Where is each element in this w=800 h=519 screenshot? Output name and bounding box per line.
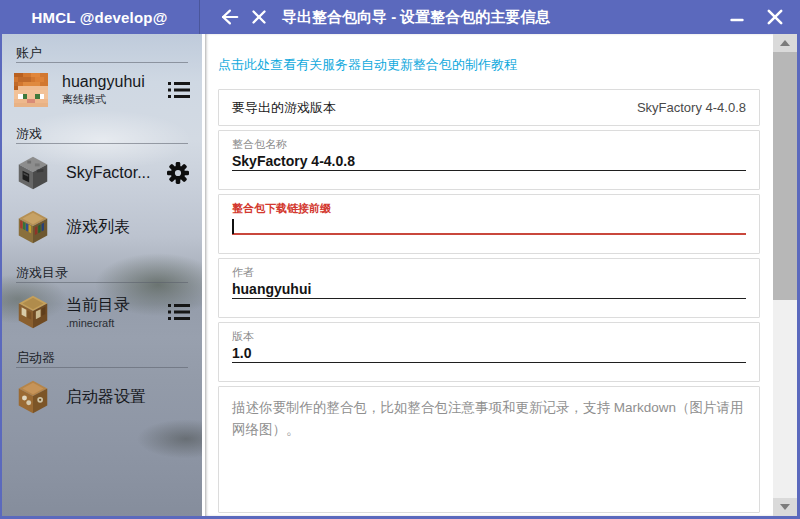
main-content: 点击此处查看有关服务器自动更新整合包的制作教程 要导出的游戏版本 SkyFact… bbox=[205, 34, 773, 516]
account-mode: 离线模式 bbox=[62, 92, 164, 107]
download-url-label: 整合包下载链接前缀 bbox=[232, 202, 746, 215]
description-textarea[interactable]: 描述你要制作的整合包，比如整合包注意事项和更新记录，支持 Markdown（图片… bbox=[218, 386, 760, 513]
game-version-card: 要导出的游戏版本 SkyFactory 4-4.0.8 bbox=[218, 89, 760, 126]
account-list-icon[interactable] bbox=[168, 81, 190, 99]
game-version-value: SkyFactory 4-4.0.8 bbox=[637, 100, 746, 115]
hmcl-window: 账户 huangyuhui bbox=[0, 0, 800, 519]
triangle-up-icon bbox=[780, 40, 790, 46]
back-button[interactable] bbox=[214, 2, 244, 32]
crafting-table-icon bbox=[14, 378, 52, 416]
page-title: 导出整合包向导 - 设置整合包的主要信息 bbox=[282, 8, 550, 27]
current-directory-label: 当前目录 bbox=[66, 295, 164, 316]
author-field-card: 作者 bbox=[218, 258, 760, 318]
divider bbox=[16, 62, 188, 63]
version-input[interactable] bbox=[232, 343, 746, 363]
arrow-left-icon bbox=[218, 6, 240, 28]
app-title-area: HMCL @develop@ bbox=[0, 0, 200, 34]
divider bbox=[16, 282, 188, 283]
sidebar-item-current-game[interactable]: SkyFactor... bbox=[2, 146, 202, 200]
current-directory-path: .minecraft bbox=[66, 317, 164, 329]
sidebar-item-current-directory[interactable]: 当前目录 .minecraft bbox=[2, 285, 202, 339]
tutorial-link[interactable]: 点击此处查看有关服务器自动更新整合包的制作教程 bbox=[218, 56, 517, 74]
avatar bbox=[14, 73, 48, 107]
description-placeholder: 描述你要制作的整合包，比如整合包注意事项和更新记录，支持 Markdown（图片… bbox=[232, 397, 746, 441]
close-wizard-button[interactable] bbox=[244, 2, 274, 32]
close-icon bbox=[766, 8, 784, 26]
author-input[interactable] bbox=[232, 279, 746, 299]
version-label: 版本 bbox=[232, 330, 746, 343]
window-body: 账户 huangyuhui bbox=[2, 0, 797, 516]
text-caret bbox=[232, 219, 234, 234]
gear-icon[interactable] bbox=[166, 161, 190, 185]
scrollbar-thumb[interactable] bbox=[773, 52, 797, 300]
account-name: huangyuhui bbox=[62, 73, 164, 91]
current-game-name: SkyFactor... bbox=[66, 164, 162, 182]
scroll-down-button[interactable] bbox=[773, 498, 797, 516]
triangle-down-icon bbox=[780, 504, 790, 510]
launcher-settings-label: 启动器设置 bbox=[66, 387, 190, 408]
wizard-title-area: 导出整合包向导 - 设置整合包的主要信息 bbox=[200, 0, 800, 34]
modpack-name-input[interactable] bbox=[232, 151, 746, 171]
sidebar-header-account: 账户 bbox=[16, 34, 188, 62]
close-icon bbox=[251, 9, 267, 25]
sidebar-item-launcher-settings[interactable]: 启动器设置 bbox=[2, 370, 202, 424]
sidebar-header-launcher: 启动器 bbox=[16, 339, 188, 367]
directory-list-icon[interactable] bbox=[168, 303, 190, 321]
chest-icon bbox=[14, 293, 52, 331]
version-field-card: 版本 bbox=[218, 322, 760, 382]
download-url-field-card: 整合包下载链接前缀 bbox=[218, 194, 760, 254]
divider bbox=[16, 367, 188, 368]
sidebar-header-directory: 游戏目录 bbox=[16, 254, 188, 282]
sidebar-item-account[interactable]: huangyuhui 离线模式 bbox=[2, 65, 202, 115]
close-window-button[interactable] bbox=[760, 2, 790, 32]
modpack-name-label: 整合包名称 bbox=[232, 138, 746, 151]
title-bar: HMCL @develop@ 导出整合包向导 - 设置整合包的主要信息 bbox=[0, 0, 800, 34]
author-label: 作者 bbox=[232, 266, 746, 279]
sidebar-header-game: 游戏 bbox=[16, 115, 188, 143]
game-list-label: 游戏列表 bbox=[66, 217, 190, 238]
divider bbox=[16, 143, 188, 144]
minimize-icon bbox=[729, 9, 745, 25]
sidebar-item-game-list[interactable]: 游戏列表 bbox=[2, 200, 202, 254]
app-title: HMCL @develop@ bbox=[32, 9, 168, 26]
sidebar: 账户 huangyuhui bbox=[2, 34, 202, 516]
bookshelf-icon bbox=[14, 208, 52, 246]
minimize-button[interactable] bbox=[722, 2, 752, 32]
furnace-icon bbox=[14, 154, 52, 192]
scroll-up-button[interactable] bbox=[773, 34, 797, 52]
game-version-label: 要导出的游戏版本 bbox=[232, 99, 637, 117]
modpack-name-field-card: 整合包名称 bbox=[218, 130, 760, 190]
download-url-input[interactable] bbox=[232, 215, 746, 235]
scrollbar[interactable] bbox=[773, 34, 797, 516]
